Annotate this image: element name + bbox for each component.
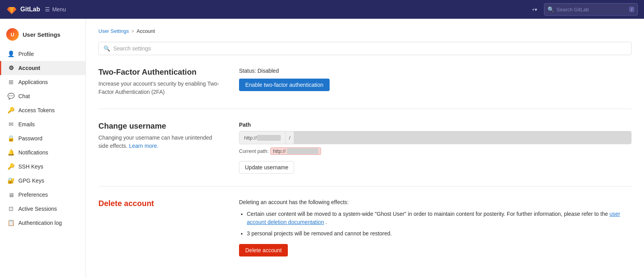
two-factor-left: Two-Factor Authentication Increase your … xyxy=(98,68,223,96)
emails-icon: ✉ xyxy=(7,121,14,128)
new-item-button[interactable]: + ▾ xyxy=(528,3,541,16)
global-search-input[interactable] xyxy=(557,7,627,13)
access-tokens-icon: 🔑 xyxy=(7,107,14,114)
sidebar-item-authentication-log[interactable]: 📋Authentication log xyxy=(0,216,86,230)
delete-account-button[interactable]: Delete account xyxy=(239,244,288,256)
sidebar-item-profile[interactable]: 👤Profile xyxy=(0,47,86,61)
path-prefix-text: http:// xyxy=(244,135,257,141)
hamburger-icon: ☰ xyxy=(45,6,50,13)
gpg-keys-icon: 🔐 xyxy=(7,177,14,184)
search-shortcut: / xyxy=(629,7,634,12)
gitlab-logo-icon xyxy=(6,4,17,15)
two-factor-section: Two-Factor Authentication Increase your … xyxy=(98,68,632,109)
change-username-description: Changing your username can have unintend… xyxy=(98,134,223,150)
ssh-keys-label: SSH Keys xyxy=(18,163,43,170)
delete-account-layout: Delete account Deleting an account has t… xyxy=(98,199,632,256)
current-path-redacted xyxy=(287,148,318,154)
profile-icon: 👤 xyxy=(7,50,14,57)
breadcrumb-parent-link[interactable]: User Settings xyxy=(98,28,129,34)
gitlab-logo-text: GitLab xyxy=(20,6,40,13)
notifications-label: Notifications xyxy=(18,149,48,156)
page-layout: U User Settings 👤Profile⚙Account⊞Applica… xyxy=(0,0,644,278)
active-sessions-icon: ⊡ xyxy=(7,205,14,212)
sidebar: U User Settings 👤Profile⚙Account⊞Applica… xyxy=(0,19,86,278)
top-nav: GitLab ☰ Menu + ▾ 🔍 / xyxy=(0,0,644,19)
gitlab-logo: GitLab xyxy=(6,4,40,15)
sidebar-title: User Settings xyxy=(23,31,61,38)
learn-more-link[interactable]: Learn more. xyxy=(129,143,158,149)
menu-button[interactable]: ☰ Menu xyxy=(45,6,66,13)
sidebar-item-notifications[interactable]: 🔔Notifications xyxy=(0,145,86,160)
authentication-log-label: Authentication log xyxy=(18,220,62,226)
path-label: Path xyxy=(239,122,632,128)
change-username-layout: Change username Changing your username c… xyxy=(98,122,632,174)
account-label: Account xyxy=(18,65,40,71)
sidebar-item-account[interactable]: ⚙Account xyxy=(0,61,86,75)
username-input[interactable] xyxy=(294,131,631,144)
gpg-keys-label: GPG Keys xyxy=(18,178,44,184)
preferences-label: Preferences xyxy=(18,192,48,198)
two-factor-status: Status: Disabled xyxy=(239,68,632,74)
delete-effect-1-text: Certain user content will be moved to a … xyxy=(247,211,608,217)
delete-effect-2: 3 personal projects will be removed and … xyxy=(247,230,632,238)
path-slash: / xyxy=(286,131,294,144)
avatar-initials: U xyxy=(11,32,14,38)
access-tokens-label: Access Tokens xyxy=(18,107,55,113)
current-path-display: Current path: http:// xyxy=(239,147,632,155)
ssh-keys-icon: 🔑 xyxy=(7,163,14,170)
account-icon: ⚙ xyxy=(7,65,14,72)
change-username-right: Path http:// / Current path: ht xyxy=(239,122,632,174)
delete-effect-1-end: . xyxy=(326,219,327,225)
two-factor-title: Two-Factor Authentication xyxy=(98,68,223,77)
change-username-title: Change username xyxy=(98,122,223,131)
current-path-text: http:// xyxy=(273,148,286,154)
applications-icon: ⊞ xyxy=(7,79,14,86)
path-input-group: http:// / xyxy=(239,131,632,144)
emails-label: Emails xyxy=(18,121,35,127)
sidebar-item-gpg-keys[interactable]: 🔐GPG Keys xyxy=(0,174,86,188)
change-username-section: Change username Changing your username c… xyxy=(98,122,632,187)
breadcrumb: User Settings > Account xyxy=(98,28,632,34)
settings-search-icon: 🔍 xyxy=(103,45,110,52)
sidebar-item-emails[interactable]: ✉Emails xyxy=(0,117,86,131)
applications-label: Applications xyxy=(18,79,48,85)
path-prefix: http:// xyxy=(239,131,286,144)
delete-account-title: Delete account xyxy=(98,199,223,208)
sidebar-item-applications[interactable]: ⊞Applications xyxy=(0,75,86,89)
delete-account-section: Delete account Deleting an account has t… xyxy=(98,199,632,269)
enable-2fa-button[interactable]: Enable two-factor authentication xyxy=(239,79,330,91)
current-path-label: Current path: xyxy=(239,148,269,154)
settings-search-input[interactable] xyxy=(113,45,626,52)
delete-effects-list: Certain user content will be moved to a … xyxy=(239,210,632,238)
path-prefix-redacted xyxy=(257,135,281,141)
chat-icon: 💬 xyxy=(7,93,14,100)
breadcrumb-separator: > xyxy=(131,28,134,34)
sidebar-item-preferences[interactable]: 🖥Preferences xyxy=(0,188,86,202)
two-factor-right: Status: Disabled Enable two-factor authe… xyxy=(239,68,632,91)
sidebar-item-password[interactable]: 🔒Password xyxy=(0,131,86,145)
avatar: U xyxy=(6,28,19,41)
search-icon: 🔍 xyxy=(548,6,554,13)
active-sessions-label: Active Sessions xyxy=(18,206,57,212)
notifications-icon: 🔔 xyxy=(7,149,14,156)
sidebar-item-ssh-keys[interactable]: 🔑SSH Keys xyxy=(0,160,86,174)
sidebar-item-active-sessions[interactable]: ⊡Active Sessions xyxy=(0,202,86,216)
update-username-button[interactable]: Update username xyxy=(239,161,294,174)
delete-account-left: Delete account xyxy=(98,199,223,211)
password-label: Password xyxy=(18,135,42,142)
settings-search-bar: 🔍 xyxy=(98,42,632,55)
main-content: User Settings > Account 🔍 Two-Factor Aut… xyxy=(86,19,644,278)
chevron-down-icon: ▾ xyxy=(535,7,537,13)
current-path-value: http:// xyxy=(270,147,321,155)
delete-effect-1: Certain user content will be moved to a … xyxy=(247,210,632,226)
password-icon: 🔒 xyxy=(7,135,14,142)
sidebar-item-chat[interactable]: 💬Chat xyxy=(0,89,86,103)
plus-icon: + xyxy=(532,7,535,13)
preferences-icon: 🖥 xyxy=(7,191,14,198)
two-factor-description: Increase your account's security by enab… xyxy=(98,80,223,96)
menu-label: Menu xyxy=(52,6,66,13)
two-factor-layout: Two-Factor Authentication Increase your … xyxy=(98,68,632,96)
sidebar-nav: 👤Profile⚙Account⊞Applications💬Chat🔑Acces… xyxy=(0,47,86,230)
sidebar-item-access-tokens[interactable]: 🔑Access Tokens xyxy=(0,103,86,117)
change-username-left: Change username Changing your username c… xyxy=(98,122,223,150)
